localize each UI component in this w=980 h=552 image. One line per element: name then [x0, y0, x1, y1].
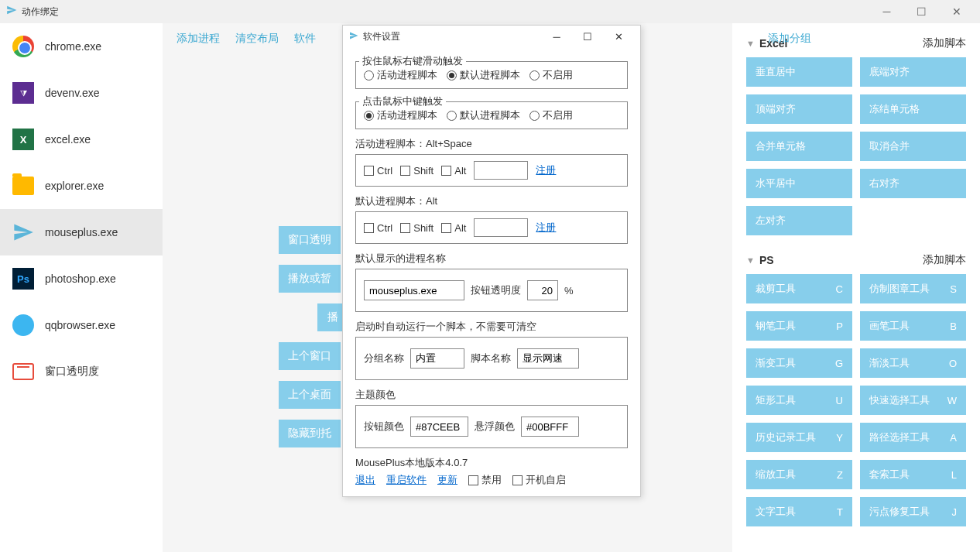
- radio-active-script-2[interactable]: 活动进程脚本: [364, 108, 437, 122]
- group-name-input[interactable]: [410, 348, 464, 369]
- hotkey-input-2[interactable]: [474, 218, 528, 237]
- disable-checkbox[interactable]: 禁用: [468, 473, 502, 487]
- script-key: T: [837, 506, 843, 518]
- minimize-button[interactable]: ─: [869, 0, 904, 23]
- script-label: 路径选择工具: [869, 430, 930, 444]
- radio-default-script-2[interactable]: 默认进程脚本: [447, 108, 520, 122]
- dialog-minimize-button[interactable]: ─: [541, 26, 572, 47]
- radio-disable-2[interactable]: 不启用: [529, 108, 573, 122]
- script-button[interactable]: 右对齐: [860, 169, 966, 198]
- shift-checkbox[interactable]: Shift: [400, 165, 433, 177]
- excel-icon: X: [12, 129, 34, 150]
- add-process-link[interactable]: 添加进程: [176, 32, 220, 46]
- hotkey-input[interactable]: [474, 161, 528, 180]
- action-button[interactable]: 上个窗口: [279, 342, 341, 370]
- script-label: 历史记录工具: [756, 430, 816, 444]
- ctrl-checkbox-2[interactable]: Ctrl: [364, 222, 392, 234]
- autorun-label: 启动时自动运行一个脚本，不需要可清空: [355, 320, 628, 334]
- hover-color-input[interactable]: [521, 417, 579, 437]
- sidebar-item-chrome[interactable]: chrome.exe: [0, 23, 163, 70]
- photoshop-icon: Ps: [12, 268, 34, 290]
- script-label: 缩放工具: [756, 468, 796, 482]
- dialog-maximize-button[interactable]: ☐: [572, 26, 603, 47]
- script-button[interactable]: 钢笔工具P: [746, 311, 852, 341]
- alt-checkbox[interactable]: Alt: [441, 165, 466, 177]
- shift-checkbox-2[interactable]: Shift: [400, 222, 433, 234]
- radio-default-script[interactable]: 默认进程脚本: [447, 68, 520, 82]
- sidebar-item-devenv[interactable]: ⧩ devenv.exe: [0, 70, 163, 116]
- sidebar-item-label: qqbrowser.exe: [45, 319, 115, 331]
- script-button[interactable]: 文字工具T: [746, 497, 852, 526]
- register-link-2[interactable]: 注册: [536, 221, 556, 235]
- script-button[interactable]: 污点修复工具J: [860, 497, 966, 526]
- ctrl-checkbox[interactable]: Ctrl: [364, 165, 392, 177]
- software-link[interactable]: 软件: [294, 32, 316, 46]
- opacity-input[interactable]: [527, 280, 558, 300]
- group-header-ps[interactable]: ▼ PS 添加脚本: [746, 246, 966, 274]
- add-group-link[interactable]: 添加分组: [768, 32, 811, 46]
- sidebar-item-opacity[interactable]: 窗口透明度: [0, 348, 163, 395]
- script-button[interactable]: 画笔工具B: [860, 311, 966, 341]
- hover-color-label: 悬浮颜色: [475, 420, 515, 434]
- script-button[interactable]: 裁剪工具C: [746, 274, 852, 303]
- autostart-checkbox[interactable]: 开机自启: [512, 473, 566, 487]
- script-key: U: [836, 395, 843, 406]
- script-button[interactable]: 底端对齐: [860, 57, 966, 87]
- radio-disable[interactable]: 不启用: [529, 68, 573, 82]
- register-link[interactable]: 注册: [536, 163, 556, 177]
- script-button[interactable]: 垂直居中: [746, 57, 852, 87]
- sidebar-item-excel[interactable]: X excel.exe: [0, 116, 163, 163]
- add-script-link[interactable]: 添加脚本: [923, 253, 966, 267]
- settings-dialog: 软件设置 ─ ☐ ✕ 按住鼠标右键滑动触发 活动进程脚本 默认进程脚本 不启用 …: [342, 25, 641, 497]
- script-label: 渐变工具: [756, 356, 796, 370]
- update-link[interactable]: 更新: [437, 473, 457, 487]
- group-name-label: 分组名称: [364, 351, 404, 365]
- exit-link[interactable]: 退出: [355, 473, 375, 487]
- radio-active-script[interactable]: 活动进程脚本: [364, 68, 437, 82]
- default-process-input[interactable]: [364, 280, 464, 300]
- script-label: 取消合并: [869, 139, 910, 153]
- maximize-button[interactable]: ☐: [904, 0, 939, 23]
- script-button[interactable]: 套索工具L: [860, 460, 966, 489]
- script-key: W: [947, 395, 957, 406]
- sidebar-item-photoshop[interactable]: Ps photoshop.exe: [0, 255, 163, 302]
- add-script-link[interactable]: 添加脚本: [923, 36, 966, 50]
- script-label: 快速选择工具: [869, 393, 930, 407]
- script-label: 污点修复工具: [869, 505, 930, 519]
- restart-link[interactable]: 重启软件: [386, 473, 427, 487]
- settings-icon: [349, 31, 358, 43]
- button-color-input[interactable]: [410, 417, 468, 437]
- script-button[interactable]: 仿制图章工具S: [860, 274, 966, 303]
- script-button[interactable]: 矩形工具U: [746, 386, 852, 415]
- close-button[interactable]: ✕: [939, 0, 974, 23]
- script-name-input[interactable]: [517, 348, 579, 369]
- script-button[interactable]: 路径选择工具A: [860, 423, 966, 452]
- script-button[interactable]: 顶端对齐: [746, 94, 852, 124]
- script-button[interactable]: 冻结单元格: [860, 94, 966, 124]
- sidebar-item-mouseplus[interactable]: mouseplus.exe: [0, 209, 163, 255]
- action-button[interactable]: 上个桌面: [279, 381, 341, 409]
- script-button[interactable]: 渐变工具G: [746, 348, 852, 378]
- script-button[interactable]: 取消合并: [860, 132, 966, 161]
- action-button[interactable]: 隐藏到托: [279, 420, 341, 447]
- script-button[interactable]: 左对齐: [746, 206, 852, 235]
- clear-layout-link[interactable]: 清空布局: [235, 32, 279, 46]
- dialog-close-button[interactable]: ✕: [603, 26, 634, 47]
- script-button[interactable]: 缩放工具Z: [746, 460, 852, 489]
- script-button[interactable]: 渐淡工具O: [860, 348, 966, 378]
- script-button[interactable]: 水平居中: [746, 169, 852, 198]
- dialog-titlebar[interactable]: 软件设置 ─ ☐ ✕: [343, 26, 640, 47]
- action-button[interactable]: 窗口透明: [279, 226, 341, 254]
- opacity-label: 按钮透明度: [471, 283, 521, 297]
- version-label: MousePlus本地版本4.0.7: [355, 456, 628, 470]
- sidebar-item-explorer[interactable]: explorer.exe: [0, 163, 163, 209]
- folder-icon: [12, 175, 34, 197]
- alt-checkbox-2[interactable]: Alt: [441, 222, 466, 234]
- sidebar-item-qqbrowser[interactable]: qqbrowser.exe: [0, 302, 163, 348]
- script-button[interactable]: 快速选择工具W: [860, 386, 966, 415]
- script-button[interactable]: 历史记录工具Y: [746, 423, 852, 452]
- script-label: 冻结单元格: [869, 102, 920, 116]
- script-key: P: [836, 321, 843, 332]
- script-button[interactable]: 合并单元格: [746, 132, 852, 161]
- action-button[interactable]: 播放或暂: [279, 265, 341, 293]
